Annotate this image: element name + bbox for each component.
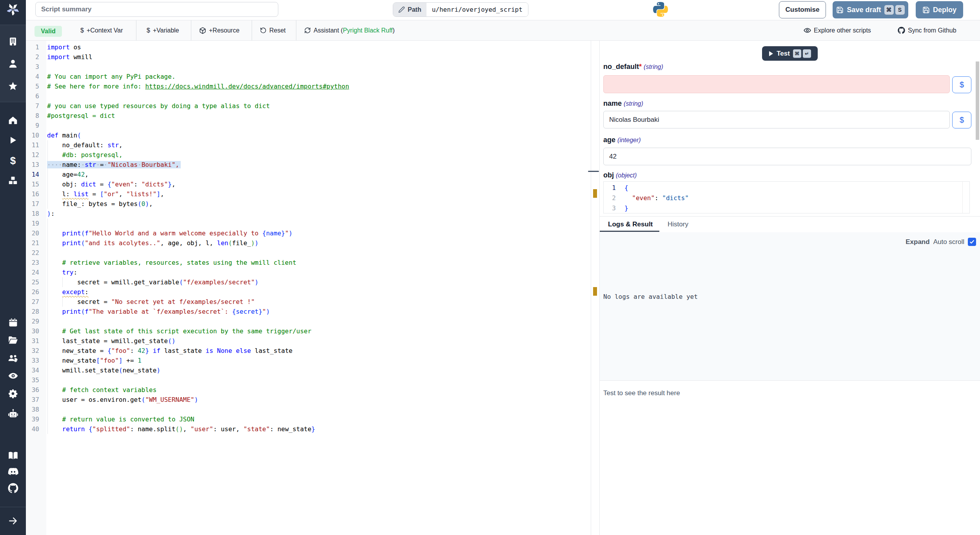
log-area: Expand Auto scroll No logs are available… (600, 232, 980, 380)
customise-button[interactable]: Customise (779, 1, 826, 18)
save-draft-button[interactable]: Save draft ⌘ S (833, 1, 908, 18)
tab-logs-result[interactable]: Logs & Result (608, 221, 653, 228)
code-line[interactable]: 7# you can use typed resources by doing … (26, 101, 591, 111)
no-default-var-picker-button[interactable]: $ (952, 76, 971, 93)
home-icon[interactable] (0, 114, 26, 126)
code-line[interactable]: 26 except: (26, 287, 591, 297)
user-icon[interactable] (0, 58, 26, 70)
code-line[interactable]: 10def main( (26, 130, 591, 140)
code-line[interactable]: 20 print(f"Hello World and a warm welcom… (26, 228, 591, 238)
docs-book-icon[interactable] (0, 450, 26, 461)
resources-boxes-icon[interactable] (0, 175, 26, 186)
add-resource-button[interactable]: +Resource (199, 20, 240, 40)
code-line[interactable]: 38 (26, 405, 591, 414)
code-line[interactable]: 1import os (26, 42, 591, 52)
save-icon (836, 6, 844, 14)
code-line[interactable]: 29 (26, 316, 591, 326)
form-scrollbar[interactable] (976, 61, 979, 140)
schedules-calendar-icon[interactable] (0, 316, 26, 328)
tab-history[interactable]: History (668, 221, 688, 228)
code-line[interactable]: 4# You can import any PyPi package. (26, 72, 591, 81)
top-header: Path u/henri/overjoyed_script Customise … (26, 0, 980, 20)
code-line[interactable]: 23 # retrieve variables, resources, stat… (26, 258, 591, 268)
code-line[interactable]: 19 (26, 219, 591, 228)
code-line[interactable]: 32 new_state = {"foo": 42} if last_state… (26, 346, 591, 356)
no-default-input[interactable] (603, 75, 950, 93)
code-line[interactable]: 16 l: list = ["or", "lists!"], (26, 189, 591, 199)
code-line[interactable]: 37 user = os.environ.get("WM_USERNAME") (26, 395, 591, 405)
audit-eye-icon[interactable] (0, 370, 26, 381)
code-line[interactable]: 1{ (604, 183, 689, 193)
expand-button[interactable]: Expand (906, 238, 929, 246)
code-line[interactable]: 21 print("and its acolytes..", age, obj,… (26, 238, 591, 248)
github-icon (898, 27, 905, 34)
variables-dollar-icon[interactable]: $ (0, 155, 26, 166)
code-line[interactable]: 30 # Get last state of this script execu… (26, 326, 591, 336)
runs-play-icon[interactable] (0, 134, 26, 146)
script-summary-input[interactable] (35, 2, 278, 17)
obj-json-editor[interactable]: 1{2 "even": "dicts"3} (603, 181, 970, 213)
code-line[interactable]: 27 secret = "No secret yet at f/examples… (26, 297, 591, 307)
code-line[interactable]: 5# See here for more info: https://docs.… (26, 81, 591, 91)
collapse-arrow-icon[interactable] (0, 515, 26, 527)
windmill-logo[interactable] (0, 4, 26, 15)
obj-editor-scrollbar (962, 182, 963, 213)
reset-button[interactable]: Reset (260, 20, 286, 40)
code-line[interactable]: 18): (26, 209, 591, 219)
age-input[interactable] (603, 148, 971, 165)
ai-robot-icon[interactable] (0, 408, 26, 419)
code-line[interactable]: 9 (26, 121, 591, 130)
code-line[interactable]: 13····name:·str·=·"Nicolas·Bourbaki", (26, 160, 591, 170)
code-line[interactable]: 39 # return value is converted to JSON (26, 414, 591, 424)
preview-panel: Test ⌘ ↵ no_default* (string) $ name (st… (599, 41, 980, 535)
explore-other-scripts-button[interactable]: Explore other scripts (804, 20, 871, 40)
code-line[interactable]: 11 no_default: str, (26, 140, 591, 150)
code-line[interactable]: 6 (26, 91, 591, 101)
code-line[interactable]: 28 print(f"The variable at `f/examples/s… (26, 307, 591, 316)
code-line[interactable]: 31 last_state = wmill.get_state() (26, 336, 591, 346)
panel-splitter-handle[interactable] (588, 171, 599, 172)
code-line[interactable]: 15 obj: dict = {"even": "dicts"}, (26, 179, 591, 189)
result-placeholder: Test to see the result here (603, 389, 680, 397)
code-line[interactable]: 2import wmill (26, 52, 591, 62)
code-line[interactable]: 12 #db: postgresql, (26, 150, 591, 160)
toolbar-divider (252, 20, 252, 40)
groups-icon[interactable] (0, 352, 26, 364)
code-line[interactable]: 3} (604, 203, 689, 213)
folders-icon[interactable] (0, 334, 26, 346)
code-line[interactable]: 25 secret = wmill.get_variable("f/exampl… (26, 277, 591, 287)
code-lines: 1import os2import wmill34# You can impor… (26, 42, 591, 434)
name-var-picker-button[interactable]: $ (952, 112, 971, 128)
autoscroll-label: Auto scroll (933, 238, 964, 246)
code-line[interactable]: 40 return {"splitted": name.split(), "us… (26, 424, 591, 434)
code-line[interactable]: 34 wmill.set_state(new_state) (26, 365, 591, 375)
workspace-icon[interactable] (0, 36, 26, 47)
settings-gear-icon[interactable] (0, 388, 26, 399)
add-context-var-button[interactable]: $+Context Var (80, 20, 123, 40)
code-line[interactable]: 17 file_: bytes = bytes(0), (26, 199, 591, 209)
code-line[interactable]: 36 # fetch context variables (26, 385, 591, 395)
path-widget[interactable]: Path u/henri/overjoyed_script (393, 2, 528, 17)
sync-from-github-button[interactable]: Sync from Github (898, 20, 956, 40)
favorites-star-icon[interactable] (0, 80, 26, 92)
code-line[interactable]: 8#postgresql = dict (26, 111, 591, 121)
add-variable-button[interactable]: $+Variable (147, 20, 179, 40)
active-tab-underline (600, 231, 659, 232)
code-line[interactable]: 14 age=42, (26, 170, 591, 179)
code-line[interactable]: 22 (26, 248, 591, 258)
code-editor[interactable]: 1import os2import wmill34# You can impor… (26, 41, 591, 535)
code-line[interactable]: 3 (26, 62, 591, 72)
code-line[interactable]: 33 new_state["foo"] += 1 (26, 356, 591, 365)
code-line[interactable]: 24 try: (26, 268, 591, 277)
name-input[interactable] (603, 111, 950, 128)
code-line[interactable]: 35 (26, 375, 591, 385)
discord-icon[interactable] (0, 466, 26, 477)
eye-icon (804, 27, 811, 34)
test-button[interactable]: Test ⌘ ↵ (762, 46, 818, 61)
github-icon[interactable] (0, 482, 26, 494)
code-line[interactable]: 2 "even": "dicts" (604, 193, 689, 203)
autoscroll-checkbox[interactable] (968, 238, 976, 246)
assistant-button[interactable]: Assistant (Pyright Black Ruff) (304, 20, 395, 40)
log-empty-message: No logs are available yet (603, 293, 698, 300)
deploy-button[interactable]: Deploy (916, 1, 963, 18)
